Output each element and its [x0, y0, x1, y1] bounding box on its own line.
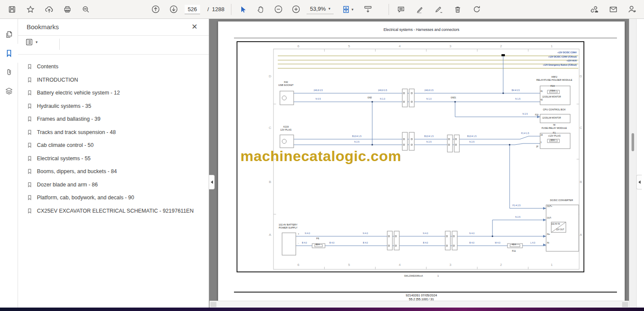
- share-link-button[interactable]: [587, 3, 601, 16]
- bookmark-item[interactable]: Contents: [18, 60, 209, 73]
- zoom-in-button[interactable]: [289, 3, 303, 16]
- close-panel-button[interactable]: ✕: [190, 22, 199, 32]
- page-footer-line1: 92140261 07/05/2024: [218, 293, 625, 297]
- pdf-page: Electrical systems - Harnesses and conne…: [218, 21, 625, 301]
- taskbar-edge: [0, 308, 644, 311]
- zoom-in-icon: [292, 5, 301, 14]
- link-cloud-icon: [589, 5, 599, 14]
- printer-icon: [63, 5, 72, 14]
- bookmark-item[interactable]: Platform, cab, bodywork, and decals - 90: [18, 191, 209, 204]
- zoom-level-value: 53,9%: [310, 6, 326, 12]
- comment-bubble-icon: [397, 5, 405, 14]
- watermark-text: machinecatalogic.com: [240, 148, 401, 165]
- bookmark-item[interactable]: Tracks and track suspension - 48: [18, 126, 209, 139]
- page-thumbnails-button[interactable]: [0, 25, 18, 44]
- bookmark-item[interactable]: Electrical systems - 55: [18, 152, 209, 165]
- add-account-button[interactable]: [625, 3, 639, 16]
- bookmark-icon: [5, 49, 13, 58]
- bookmark-item-label: Tracks and track suspension - 48: [37, 129, 116, 135]
- rotate-button[interactable]: [470, 3, 483, 16]
- sign-button[interactable]: [432, 3, 446, 16]
- right-panel-rail: [636, 19, 644, 308]
- email-button[interactable]: [606, 3, 620, 16]
- header-rule: [234, 38, 617, 38]
- bookmark-item[interactable]: INTRODUCTION: [18, 73, 209, 87]
- bookmark-icon: [27, 64, 33, 70]
- page-count-label: / 1288: [207, 6, 225, 12]
- hand-tool-button[interactable]: [254, 3, 267, 16]
- scrollbar-thumb[interactable]: [632, 133, 634, 151]
- page-header-text: Electrical systems - Harnesses and conne…: [218, 27, 625, 32]
- select-tool-button[interactable]: [236, 3, 250, 16]
- bookmark-item[interactable]: Battery electric vehicle system - 12: [18, 86, 209, 100]
- next-page-button[interactable]: [167, 3, 180, 16]
- chevron-left-icon: [638, 180, 641, 184]
- toolbar-divider: [389, 4, 389, 15]
- bookmark-item[interactable]: CX25EV EXCAVATOR ELECTRICAL SCHEMATIC - …: [18, 204, 209, 218]
- bookmark-item[interactable]: Hydraulic systems - 35: [18, 100, 209, 113]
- bookmark-item-label: Electrical systems - 55: [37, 156, 91, 162]
- page-scrolling-icon: [363, 5, 373, 14]
- options-list-icon: [25, 38, 33, 46]
- bookmark-item-label: Cab climate control - 50: [37, 142, 94, 148]
- vertical-scrollbar[interactable]: [629, 19, 636, 308]
- scroll-mode-button[interactable]: [361, 3, 375, 16]
- bookmarks-panel-button[interactable]: [0, 44, 18, 63]
- fit-page-dropdown[interactable]: ▾: [337, 3, 357, 16]
- bookmark-icon: [27, 182, 33, 188]
- envelope-icon: [609, 5, 618, 14]
- chevron-left-icon: [211, 180, 213, 184]
- bookmark-icon: [27, 142, 33, 148]
- comment-button[interactable]: [394, 3, 408, 16]
- bookmark-item[interactable]: Booms, dippers, and buckets - 84: [18, 165, 209, 178]
- share-upload-button[interactable]: [42, 3, 56, 16]
- search-icon: [82, 5, 90, 14]
- bookmark-item-label: Frames and ballasting - 39: [37, 116, 100, 122]
- bookmark-options-button[interactable]: ▾: [25, 38, 38, 46]
- bookmark-item[interactable]: Dozer blade and arm - 86: [18, 178, 209, 192]
- upload-cloud-icon: [45, 5, 54, 14]
- fit-page-icon: [342, 5, 350, 14]
- paperclip-icon: [5, 68, 13, 76]
- search-button[interactable]: [79, 3, 93, 16]
- attachments-button[interactable]: [0, 63, 18, 82]
- bookmark-item-label: Platform, cab, bodywork, and decals - 90: [37, 195, 134, 201]
- document-area: Electrical systems - Harnesses and conne…: [210, 19, 629, 308]
- highlight-button[interactable]: [413, 3, 427, 16]
- horizontal-scrollbar[interactable]: [210, 301, 629, 308]
- bookmark-item[interactable]: Frames and ballasting - 39: [18, 113, 209, 126]
- layers-icon: [5, 87, 13, 95]
- star-icon: [26, 5, 35, 14]
- page-total: 1288: [212, 6, 225, 12]
- page-down-icon: [169, 5, 178, 14]
- page-number-input[interactable]: 526: [185, 5, 200, 14]
- bookmark-icon: [27, 129, 33, 135]
- bookmark-item[interactable]: Cab climate control - 50: [18, 139, 209, 152]
- zoom-level-dropdown[interactable]: 53,9% ▾: [307, 5, 334, 14]
- highlighter-icon: [416, 5, 424, 14]
- scroll-right-arrow[interactable]: [622, 302, 628, 307]
- save-button[interactable]: [5, 3, 19, 16]
- print-button[interactable]: [61, 3, 74, 16]
- bookmark-icon: [27, 195, 33, 201]
- bookmark-item-label: Dozer blade and arm - 86: [37, 182, 98, 188]
- previous-page-button[interactable]: [149, 3, 162, 16]
- page-up-icon: [151, 5, 160, 14]
- bookmarks-panel: Bookmarks ✕ ▾ ContentsINTRODUCTIONBatter…: [18, 19, 209, 308]
- rotate-icon: [472, 5, 481, 14]
- scroll-left-arrow[interactable]: [210, 302, 216, 307]
- star-button[interactable]: [24, 3, 37, 16]
- delete-button[interactable]: [451, 3, 465, 16]
- chevron-down-icon: ▾: [36, 40, 38, 44]
- bookmark-icon: [27, 77, 33, 83]
- person-plus-icon: [627, 5, 637, 14]
- collapse-left-panel-handle[interactable]: [209, 175, 215, 189]
- expand-right-panel-handle[interactable]: [636, 175, 642, 189]
- zoom-out-button[interactable]: [271, 3, 285, 16]
- hand-icon: [256, 5, 265, 14]
- bookmark-item-label: Contents: [37, 64, 58, 70]
- layers-button[interactable]: [0, 82, 18, 101]
- bookmark-item-label: Battery electric vehicle system - 12: [37, 90, 120, 96]
- zoom-out-icon: [274, 5, 283, 14]
- save-icon: [8, 5, 16, 14]
